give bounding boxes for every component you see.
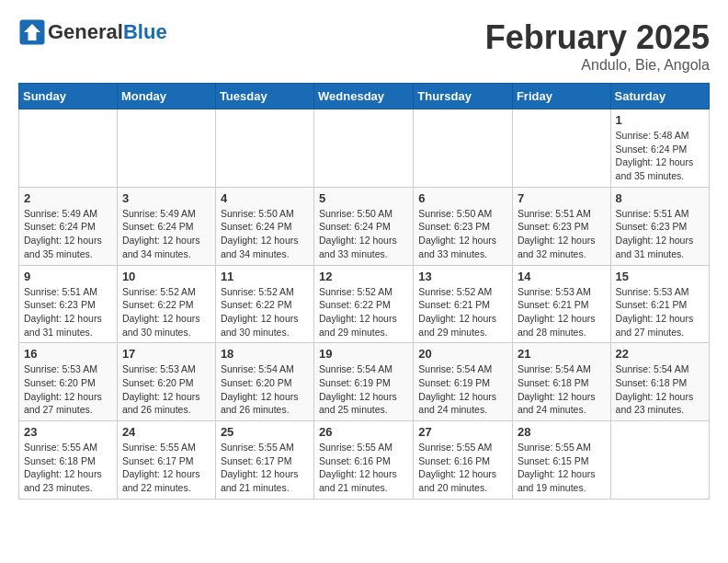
calendar-week-row: 23Sunrise: 5:55 AM Sunset: 6:18 PM Dayli… [19, 421, 710, 500]
calendar-table: SundayMondayTuesdayWednesdayThursdayFrid… [18, 83, 710, 500]
day-number: 2 [24, 191, 112, 205]
calendar-cell: 5Sunrise: 5:50 AM Sunset: 6:24 PM Daylig… [314, 187, 414, 265]
day-number: 8 [616, 191, 704, 205]
calendar-cell: 14Sunrise: 5:53 AM Sunset: 6:21 PM Dayli… [512, 265, 610, 343]
day-number: 17 [122, 347, 210, 361]
calendar-cell: 3Sunrise: 5:49 AM Sunset: 6:24 PM Daylig… [117, 187, 215, 265]
day-number: 4 [221, 191, 309, 205]
page-header: GeneralBlue February 2025 Andulo, Bie, A… [18, 18, 710, 74]
weekday-header-sunday: Sunday [19, 84, 118, 109]
calendar-week-row: 1Sunrise: 5:48 AM Sunset: 6:24 PM Daylig… [19, 109, 710, 188]
calendar-cell: 28Sunrise: 5:55 AM Sunset: 6:15 PM Dayli… [512, 421, 610, 500]
location: Andulo, Bie, Angola [485, 57, 710, 74]
calendar-cell: 9Sunrise: 5:51 AM Sunset: 6:23 PM Daylig… [19, 265, 118, 343]
calendar-cell: 11Sunrise: 5:52 AM Sunset: 6:22 PM Dayli… [215, 265, 313, 343]
day-number: 18 [221, 347, 309, 361]
weekday-header-thursday: Thursday [414, 84, 513, 109]
calendar-week-row: 9Sunrise: 5:51 AM Sunset: 6:23 PM Daylig… [19, 265, 710, 343]
cell-content: Sunrise: 5:53 AM Sunset: 6:20 PM Dayligh… [24, 362, 112, 417]
cell-content: Sunrise: 5:52 AM Sunset: 6:22 PM Dayligh… [221, 285, 309, 339]
day-number: 7 [518, 191, 606, 205]
calendar-cell: 4Sunrise: 5:50 AM Sunset: 6:24 PM Daylig… [215, 187, 313, 265]
calendar-cell: 27Sunrise: 5:55 AM Sunset: 6:16 PM Dayli… [414, 421, 513, 500]
day-number: 11 [221, 270, 309, 283]
calendar-cell: 15Sunrise: 5:53 AM Sunset: 6:21 PM Dayli… [610, 265, 709, 343]
calendar-cell: 23Sunrise: 5:55 AM Sunset: 6:18 PM Dayli… [19, 421, 118, 500]
cell-content: Sunrise: 5:54 AM Sunset: 6:18 PM Dayligh… [616, 362, 704, 417]
cell-content: Sunrise: 5:50 AM Sunset: 6:24 PM Dayligh… [319, 207, 408, 261]
calendar-cell [314, 109, 414, 188]
cell-content: Sunrise: 5:52 AM Sunset: 6:21 PM Dayligh… [418, 285, 507, 339]
title-block: February 2025 Andulo, Bie, Angola [485, 18, 710, 74]
calendar-cell: 6Sunrise: 5:50 AM Sunset: 6:23 PM Daylig… [414, 187, 513, 265]
cell-content: Sunrise: 5:55 AM Sunset: 6:17 PM Dayligh… [122, 441, 210, 495]
cell-content: Sunrise: 5:51 AM Sunset: 6:23 PM Dayligh… [616, 207, 704, 261]
weekday-header-tuesday: Tuesday [215, 84, 313, 109]
calendar-cell: 2Sunrise: 5:49 AM Sunset: 6:24 PM Daylig… [19, 187, 118, 265]
calendar-week-row: 16Sunrise: 5:53 AM Sunset: 6:20 PM Dayli… [19, 343, 710, 421]
calendar-week-row: 2Sunrise: 5:49 AM Sunset: 6:24 PM Daylig… [19, 187, 710, 265]
day-number: 12 [319, 270, 408, 283]
calendar-cell: 22Sunrise: 5:54 AM Sunset: 6:18 PM Dayli… [610, 343, 709, 421]
day-number: 15 [616, 270, 704, 283]
calendar-cell: 21Sunrise: 5:54 AM Sunset: 6:18 PM Dayli… [512, 343, 610, 421]
cell-content: Sunrise: 5:54 AM Sunset: 6:20 PM Dayligh… [221, 362, 309, 417]
cell-content: Sunrise: 5:49 AM Sunset: 6:24 PM Dayligh… [24, 207, 112, 261]
day-number: 14 [518, 270, 606, 283]
day-number: 1 [616, 113, 704, 127]
calendar-cell: 13Sunrise: 5:52 AM Sunset: 6:21 PM Dayli… [414, 265, 513, 343]
weekday-header-friday: Friday [512, 84, 610, 109]
cell-content: Sunrise: 5:48 AM Sunset: 6:24 PM Dayligh… [616, 129, 704, 183]
logo: GeneralBlue [18, 18, 167, 46]
cell-content: Sunrise: 5:55 AM Sunset: 6:16 PM Dayligh… [319, 441, 408, 495]
cell-content: Sunrise: 5:50 AM Sunset: 6:24 PM Dayligh… [221, 207, 309, 261]
calendar-cell [19, 109, 118, 188]
calendar-cell: 7Sunrise: 5:51 AM Sunset: 6:23 PM Daylig… [512, 187, 610, 265]
cell-content: Sunrise: 5:55 AM Sunset: 6:16 PM Dayligh… [418, 441, 507, 495]
cell-content: Sunrise: 5:54 AM Sunset: 6:18 PM Dayligh… [518, 362, 606, 417]
cell-content: Sunrise: 5:52 AM Sunset: 6:22 PM Dayligh… [122, 285, 210, 339]
calendar-cell [215, 109, 313, 188]
calendar-cell: 26Sunrise: 5:55 AM Sunset: 6:16 PM Dayli… [314, 421, 414, 500]
calendar-cell: 12Sunrise: 5:52 AM Sunset: 6:22 PM Dayli… [314, 265, 414, 343]
day-number: 16 [24, 347, 112, 361]
cell-content: Sunrise: 5:50 AM Sunset: 6:23 PM Dayligh… [418, 207, 507, 261]
weekday-header-saturday: Saturday [610, 84, 709, 109]
day-number: 9 [24, 270, 112, 283]
calendar-cell: 24Sunrise: 5:55 AM Sunset: 6:17 PM Dayli… [117, 421, 215, 500]
day-number: 24 [122, 425, 210, 439]
calendar-cell: 10Sunrise: 5:52 AM Sunset: 6:22 PM Dayli… [117, 265, 215, 343]
day-number: 20 [418, 347, 507, 361]
cell-content: Sunrise: 5:55 AM Sunset: 6:15 PM Dayligh… [518, 441, 606, 495]
cell-content: Sunrise: 5:53 AM Sunset: 6:21 PM Dayligh… [518, 285, 606, 339]
day-number: 10 [122, 270, 210, 283]
calendar-cell [512, 109, 610, 188]
calendar-cell [414, 109, 513, 188]
cell-content: Sunrise: 5:55 AM Sunset: 6:17 PM Dayligh… [221, 441, 309, 495]
day-number: 23 [24, 425, 112, 439]
calendar-cell: 19Sunrise: 5:54 AM Sunset: 6:19 PM Dayli… [314, 343, 414, 421]
day-number: 25 [221, 425, 309, 439]
day-number: 21 [518, 347, 606, 361]
weekday-header-wednesday: Wednesday [314, 84, 414, 109]
calendar-cell: 18Sunrise: 5:54 AM Sunset: 6:20 PM Dayli… [215, 343, 313, 421]
calendar-cell: 16Sunrise: 5:53 AM Sunset: 6:20 PM Dayli… [19, 343, 118, 421]
cell-content: Sunrise: 5:53 AM Sunset: 6:21 PM Dayligh… [616, 285, 704, 339]
day-number: 19 [319, 347, 408, 361]
cell-content: Sunrise: 5:52 AM Sunset: 6:22 PM Dayligh… [319, 285, 408, 339]
logo-icon [18, 18, 46, 46]
day-number: 3 [122, 191, 210, 205]
cell-content: Sunrise: 5:49 AM Sunset: 6:24 PM Dayligh… [122, 207, 210, 261]
day-number: 6 [418, 191, 507, 205]
calendar-cell [610, 421, 709, 500]
day-number: 13 [418, 270, 507, 283]
cell-content: Sunrise: 5:51 AM Sunset: 6:23 PM Dayligh… [24, 285, 112, 339]
day-number: 22 [616, 347, 704, 361]
weekday-header-monday: Monday [117, 84, 215, 109]
cell-content: Sunrise: 5:51 AM Sunset: 6:23 PM Dayligh… [518, 207, 606, 261]
day-number: 27 [418, 425, 507, 439]
day-number: 26 [319, 425, 408, 439]
day-number: 28 [518, 425, 606, 439]
logo-blue-text: Blue [123, 20, 167, 43]
calendar-cell: 8Sunrise: 5:51 AM Sunset: 6:23 PM Daylig… [610, 187, 709, 265]
